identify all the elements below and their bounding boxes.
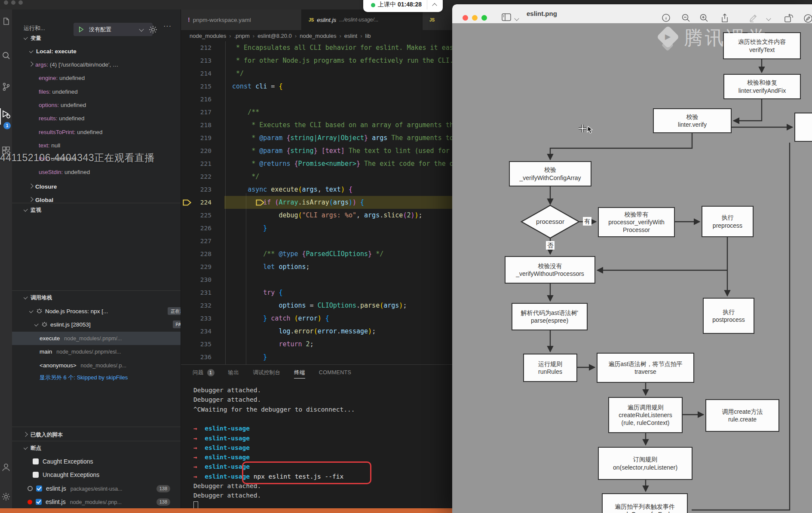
loaded-scripts-section-header[interactable]: 已载入的脚本 [24,428,181,442]
close-icon[interactable] [463,15,468,21]
flow-node-rule-create: 调用create方法rule.create [705,399,779,432]
call-stack-section-header[interactable]: 调用堆栈 [24,291,181,305]
settings-gear-icon[interactable] [1,492,11,502]
editor-tab-eslint.js[interactable]: JSeslint.js.../eslint-usage/... [302,9,423,30]
timer-status: 上课中 [378,1,396,9]
line-number: 222 [192,170,211,183]
show-more-frames-link[interactable]: 显示另外 6 个: Skipped by skipFiles [40,371,181,384]
breadcrumb-item[interactable]: node_modules [190,33,226,39]
window-close-button[interactable] [4,0,8,5]
editor-tab-pnpm-workspace.yaml[interactable]: !pnpm-workspace.yaml [181,9,302,30]
variables-scope[interactable]: Local: execute [29,45,181,58]
line-number: 228 [192,247,211,260]
exception-breakpoint-row[interactable]: Uncaught Exceptions [33,468,181,482]
breadcrumb-item[interactable]: .pnpm [234,33,250,39]
breadcrumb-item[interactable]: lib [365,33,371,39]
line-number: 226 [192,222,211,235]
watch-section-header[interactable]: 监视 [24,204,181,217]
viewer-watermark: 441152106-4404343正在观看直播 [0,151,155,165]
breadcrumb-item[interactable]: eslint [344,33,357,39]
line-number: 221 [192,157,211,170]
line-number: 217 [192,106,211,119]
chevron-down-icon [29,48,34,53]
chevron-down-icon [24,445,28,449]
variable-row[interactable]: resultsToPrint: undefined [39,125,181,139]
flow-node-postprocess: 执行postprocess [703,298,754,334]
line-number: 220 [192,144,211,157]
maximize-icon[interactable] [481,15,487,21]
panel-tab-问题[interactable]: 问题1 [193,369,214,376]
search-icon[interactable] [1,51,11,61]
class-timer-pill[interactable]: 上课中 01:48:28 [363,0,443,12]
stack-frame-row[interactable]: <anonymous>node_modules/.p... [12,359,181,372]
svg-text:processor: processor [536,218,564,225]
minimize-icon[interactable] [472,15,478,21]
chevron-right-icon [29,197,34,202]
variable-row[interactable]: files: undefined [39,85,181,98]
panel-tab-COMMENTS[interactable]: COMMENTS [319,369,351,376]
sidebar-toggle-icon[interactable] [502,13,511,21]
chevron-down-icon [24,294,28,299]
debug-session-icon [36,308,43,314]
line-number: 216 [192,93,211,106]
variable-row[interactable]: engine: undefined [39,71,181,85]
breakpoint-row[interactable]: eslint.jspackages/eslint-usa...138 [28,482,181,495]
pen-circle-icon[interactable] [803,13,812,24]
checkbox-checked[interactable] [36,499,42,505]
flow-node-verify-with-processor: 校验带有processor_verifyWithProcessor [598,207,675,237]
source-control-icon[interactable] [1,82,11,92]
preview-image-canvas[interactable]: processor 遍历校验文件内容verifyText校验和修复linter.… [452,23,812,513]
checkbox-unchecked[interactable] [33,472,39,478]
checkbox-unchecked[interactable] [33,458,39,464]
zoom-out-icon[interactable] [681,13,691,23]
chevron-right-icon [29,183,34,188]
files-icon[interactable] [1,16,11,27]
panel-tab-调试控制台[interactable]: 调试控制台 [253,369,280,376]
panel-tab-输出[interactable]: 输出 [228,369,239,376]
active-view-indicator [0,108,1,125]
breadcrumb-item[interactable]: eslint@8.20.0 [257,33,292,39]
session-status-badge: PAUSED [173,321,181,328]
terminal-line: Debugger attached. [193,395,261,404]
markup-pencil-icon[interactable] [749,13,758,22]
share-icon[interactable] [720,13,729,23]
chevron-down-icon[interactable] [766,16,771,21]
preview-titlebar[interactable]: eslint.png [452,4,812,24]
stack-frame-row[interactable]: executenode_modules/.pnpm/... [12,332,181,345]
chevron-up-icon[interactable] [432,3,437,8]
more-actions-icon[interactable]: ··· [163,22,172,30]
exception-breakpoint-row[interactable]: Caught Exceptions [33,455,181,468]
info-icon[interactable] [662,13,671,22]
checkbox-checked[interactable] [36,486,42,492]
flow-node-subscribe-rule: 订阅规则on(selector,ruleListener) [598,447,692,480]
breakpoints-section-header[interactable]: 断点 [24,442,181,455]
debug-session-row[interactable]: Node.js Process: npx [...正在运行 [29,305,181,318]
stack-frame-row[interactable]: mainnode_modules/.pnpm/esl... [12,345,181,358]
window-zoom-button[interactable] [18,0,23,5]
window-minimize-button[interactable] [11,0,15,5]
flow-node-verify-and-fix: 校验和修复linter.verifyAndFix [723,74,801,99]
zoom-in-icon[interactable] [699,13,709,23]
variables-section-header[interactable]: 变量 [24,32,181,45]
variable-row[interactable]: results: undefined [39,112,181,125]
variable-row[interactable]: useStdin: undefined [39,165,181,179]
debug-icon[interactable] [1,109,11,119]
breakpoint-row[interactable]: eslint.jsnode_modules/.pnp...138 [28,495,181,508]
variable-row[interactable]: text: null [39,139,181,152]
panel-tab-终端[interactable]: 终端 [294,369,305,379]
annotation-highlight-box [242,461,371,484]
line-number: 234 [192,325,211,338]
account-icon[interactable] [1,462,11,472]
breadcrumb-item[interactable]: node_modules [300,33,336,39]
branch-label-有: 有 [583,217,591,226]
chevron-down-icon[interactable] [514,16,519,21]
variable-row[interactable]: args: (4) ['/usr/local/bin/node', … [29,58,181,71]
variable-row[interactable]: options: undefined [39,98,181,112]
chevron-down-icon [29,308,34,313]
scope-group-row[interactable]: Closure [29,180,181,193]
line-number: 224 [192,196,211,209]
session-status-badge: 正在运行 [168,307,181,315]
line-number: 213 [192,54,211,67]
debug-session-row[interactable]: eslint.js [28053]PAUSED [34,318,181,331]
rotate-icon[interactable] [784,13,794,23]
